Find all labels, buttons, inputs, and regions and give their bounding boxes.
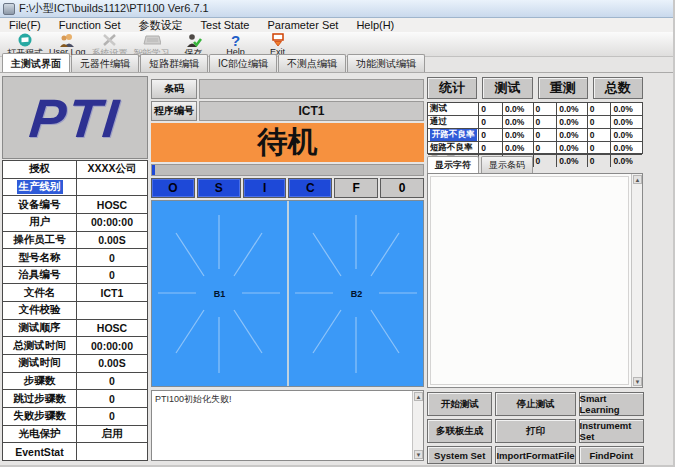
- info-label: 型号名称: [19, 251, 61, 265]
- tab-display-barcode[interactable]: 显示条码: [481, 156, 533, 173]
- system-settings-icon: [102, 33, 118, 47]
- stat-value: 0.0%: [503, 142, 534, 154]
- message-log-box[interactable]: PTI100初始化失败! ▲ ▼: [151, 390, 424, 461]
- info-row-authorization[interactable]: 授权 XXXX公司: [3, 161, 147, 179]
- info-row-device-number[interactable]: 设备编号 HOSC: [3, 196, 147, 214]
- menu-bar: File(F) Function Set 参数设定 Test State Par…: [0, 18, 675, 32]
- barcode-input[interactable]: [199, 79, 424, 99]
- stat-value: 0.0%: [611, 116, 642, 128]
- result-button-component[interactable]: C: [288, 178, 332, 198]
- info-row-file-check[interactable]: 文件校验: [3, 302, 147, 320]
- info-row-production-line[interactable]: 生产线别: [3, 179, 147, 197]
- display-character-box[interactable]: ▲ ▼: [427, 173, 643, 388]
- info-row-operator-id[interactable]: 操作员工号 0.00S: [3, 232, 147, 250]
- smart-learning-button-2[interactable]: Smart Learning: [579, 392, 644, 416]
- info-label: 测试时间: [19, 356, 61, 370]
- scroll-down-icon[interactable]: ▼: [633, 377, 642, 386]
- stat-value: 0: [588, 142, 612, 154]
- menu-parameter-set[interactable]: Parameter Set: [258, 18, 347, 32]
- user-log-icon: [59, 33, 75, 47]
- program-number-field[interactable]: ICT1: [199, 101, 424, 121]
- tab-main-test[interactable]: 主测试界面: [2, 53, 70, 72]
- tab-short-group-edit[interactable]: 短路群编辑: [140, 54, 208, 72]
- info-value: 0.00S: [77, 232, 147, 249]
- info-row-file-name[interactable]: 文件名 ICT1: [3, 284, 147, 302]
- window-title: F:\小型ICT\builds1112\PTI100 Ver6.7.1: [19, 1, 209, 16]
- info-row-model-name[interactable]: 型号名称 0: [3, 249, 147, 267]
- message-log-scrollbar[interactable]: ▲ ▼: [412, 391, 423, 460]
- stat-value: 0: [534, 116, 558, 128]
- info-row-test-sequence[interactable]: 测试顺序 HOSC: [3, 320, 147, 338]
- stat-value: 0: [534, 142, 558, 154]
- start-test-button[interactable]: 开始测试: [427, 392, 492, 416]
- info-row-total-test-time[interactable]: 总测试时间 00:00:00: [3, 337, 147, 355]
- stop-test-button[interactable]: 停止测试: [495, 392, 575, 416]
- find-point-button[interactable]: FindPoint: [579, 446, 644, 464]
- info-row-eventstat[interactable]: EventStat: [3, 443, 147, 460]
- info-label: 失败步骤数: [13, 409, 66, 423]
- stat-value: 0.0%: [557, 155, 588, 167]
- stat-label: 短路不良率: [430, 142, 473, 154]
- info-label: 测试顺序: [19, 321, 61, 335]
- machine-status-banner: 待机: [151, 123, 424, 162]
- retest-column-button[interactable]: 重测: [538, 77, 588, 99]
- menu-parameter-config[interactable]: 参数设定: [130, 18, 192, 32]
- multi-board-generate-button[interactable]: 多联板生成: [427, 419, 492, 443]
- stat-value: 0.0%: [557, 129, 588, 141]
- result-button-short[interactable]: S: [197, 178, 241, 198]
- display-box-scrollbar[interactable]: ▲ ▼: [631, 174, 642, 387]
- menu-function-set[interactable]: Function Set: [50, 18, 130, 32]
- stat-value: 0: [479, 129, 503, 141]
- stat-value: 0.0%: [611, 103, 642, 115]
- tab-display-characters[interactable]: 显示字符: [427, 156, 479, 173]
- info-label: EventStat: [15, 446, 63, 458]
- info-value: ICT1: [77, 284, 147, 301]
- result-button-ic[interactable]: I: [243, 178, 287, 198]
- info-row-user[interactable]: 用户 00:00:00: [3, 214, 147, 232]
- info-value: 0.00S: [77, 355, 147, 372]
- test-column-button[interactable]: 测试: [482, 77, 532, 99]
- info-row-skipped-steps[interactable]: 跳过步骤数 0: [3, 390, 147, 408]
- scroll-up-icon[interactable]: ▲: [414, 392, 423, 401]
- info-row-step-count[interactable]: 步骤数 0: [3, 373, 147, 391]
- tab-function-test-edit[interactable]: 功能测试编辑: [347, 54, 425, 72]
- smart-learning-icon: [143, 33, 161, 47]
- info-row-fixture-number[interactable]: 治具编号 0: [3, 267, 147, 285]
- menu-file[interactable]: File(F): [0, 18, 50, 32]
- scroll-up-icon[interactable]: ▲: [633, 175, 642, 184]
- print-button[interactable]: 打印: [495, 419, 575, 443]
- tab-notest-point-edit[interactable]: 不测点编辑: [278, 54, 346, 72]
- tab-component-edit[interactable]: 元器件编辑: [71, 54, 139, 72]
- info-row-failed-steps[interactable]: 失败步骤数 0: [3, 408, 147, 426]
- info-value: 00:00:00: [77, 214, 147, 231]
- info-value: 启用: [77, 426, 147, 443]
- import-format-file-button[interactable]: ImportFormatFile: [495, 446, 575, 464]
- system-set-button[interactable]: System Set: [427, 446, 492, 464]
- stat-label: 测试: [430, 103, 447, 115]
- result-button-0[interactable]: 0: [380, 178, 424, 198]
- stat-value: 0.0%: [557, 142, 588, 154]
- stat-row-pass: 通过 0 0.0% 0 0.0% 0 0.0%: [428, 116, 642, 129]
- stat-value: 0.0%: [503, 103, 534, 115]
- total-column-button[interactable]: 总数: [593, 77, 643, 99]
- result-button-f[interactable]: F: [334, 178, 378, 198]
- stat-value: 0.0%: [503, 116, 534, 128]
- info-table: 授权 XXXX公司 生产线别 设备编号 HOSC 用户 00:00:00 操作员…: [2, 160, 148, 461]
- instrument-set-button[interactable]: Instrumemt Set: [579, 419, 644, 443]
- result-button-open[interactable]: O: [151, 178, 195, 198]
- stats-button[interactable]: 统计: [427, 77, 477, 99]
- stat-value: 0.0%: [557, 116, 588, 128]
- info-row-test-time[interactable]: 测试时间 0.00S: [3, 355, 147, 373]
- info-value: HOSC: [77, 196, 147, 213]
- scroll-down-icon[interactable]: ▼: [414, 450, 423, 459]
- info-row-photoelectric-protection[interactable]: 光电保护 启用: [3, 426, 147, 444]
- menu-test-state[interactable]: Test State: [192, 18, 259, 32]
- info-value: [77, 443, 147, 460]
- test-progress-bar: [151, 164, 424, 176]
- pti-logo: PTI: [2, 76, 148, 159]
- board-b2: B2: [287, 201, 424, 386]
- menu-help[interactable]: Help(H): [347, 18, 403, 32]
- tab-ic-part-edit[interactable]: IC部位编辑: [209, 54, 277, 72]
- board-b1: B1: [152, 201, 287, 386]
- info-value: 0: [77, 373, 147, 390]
